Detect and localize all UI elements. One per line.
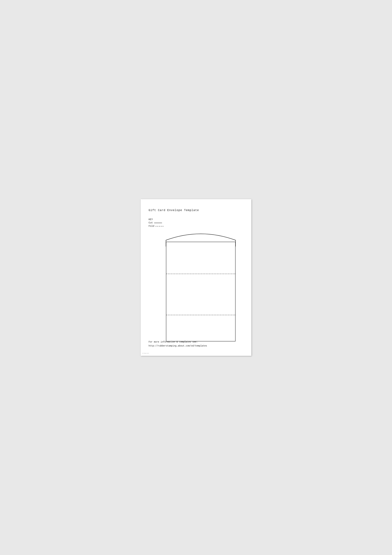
fold-line-1	[166, 274, 235, 274]
footer: For more information & templates see: ht…	[149, 340, 207, 348]
envelope-container	[157, 231, 235, 348]
page-title: Gift Card Envelope Template	[149, 209, 243, 212]
key-label: KEY	[149, 218, 243, 221]
key-section: KEY Cut Fold	[149, 218, 243, 227]
cut-line-icon	[154, 223, 162, 223]
envelope-body	[166, 242, 235, 341]
cut-label: Cut	[149, 221, 153, 224]
fold-line-icon	[156, 226, 164, 226]
fold-label: Fold	[149, 225, 154, 227]
key-fold-row: Fold	[149, 225, 243, 227]
key-cut-row: Cut	[149, 221, 243, 224]
page: Gift Card Envelope Template KEY Cut Fold…	[141, 199, 251, 356]
footer-line1: For more information & templates see:	[149, 340, 207, 344]
footer-line2: http://rubberstamping.about.com/od/templ…	[149, 344, 207, 348]
watermark: A+mps.com	[142, 352, 149, 354]
fold-line-2	[166, 315, 235, 315]
